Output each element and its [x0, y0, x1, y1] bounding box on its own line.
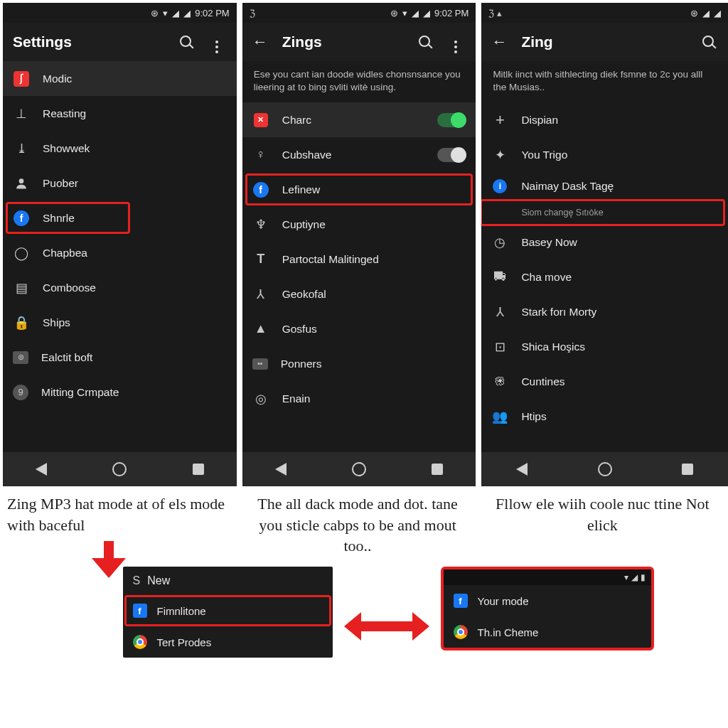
row-gosfus[interactable]: ▲ Gosfus: [242, 311, 476, 346]
settings-row-showwek[interactable]: ⤓ Showwek: [3, 131, 237, 166]
row-lefinew[interactable]: f Lefinew: [242, 172, 476, 207]
row-ponners[interactable]: •• Ponners: [242, 346, 476, 381]
row-naimay[interactable]: i Naimay Dask Tagę: [481, 172, 728, 200]
people-icon: 👥: [491, 408, 508, 425]
mini-status-bar: ▾ ◢ ▮: [444, 569, 651, 585]
app-title: Zings: [282, 33, 404, 50]
status-bar: ℨ ▴ ⊛ ◢ ◢: [481, 3, 728, 23]
row-charc[interactable]: ✕ Charc: [242, 102, 476, 137]
app-title: Zing: [521, 33, 687, 50]
row-youtrigo[interactable]: ✦ You Trigo: [481, 137, 728, 172]
row-label: Ealctit boft: [41, 351, 92, 364]
settings-row-modic[interactable]: ʃ Modic: [3, 61, 237, 96]
nav-back[interactable]: [275, 463, 287, 476]
arrow-down-icon: [92, 541, 126, 579]
row-label: Gosfus: [282, 323, 317, 336]
signal-icon: ◢: [631, 572, 638, 582]
circle-icon: ◯: [13, 245, 30, 262]
row-label: Mitting Crmpate: [41, 386, 119, 399]
row-basey[interactable]: ◷ Basey Now: [481, 225, 728, 259]
mini-row-yourmode[interactable]: f Your mode: [444, 585, 651, 616]
caption-2: The all dack mode and dot. tane you stic…: [241, 486, 473, 564]
row-dispian[interactable]: + Dispian: [481, 102, 728, 137]
more-icon[interactable]: [207, 31, 227, 54]
nav-recent[interactable]: [682, 464, 693, 475]
settings-row-comboose[interactable]: ▤ Comboose: [3, 270, 237, 305]
settings-row-chapbea[interactable]: ◯ Chapbea: [3, 235, 237, 270]
mini-row-fimnlitone[interactable]: f Fimnlitone: [123, 595, 333, 626]
nav-recent[interactable]: [193, 464, 204, 475]
mini-row-tert[interactable]: Tert Prodes: [123, 626, 333, 658]
back-button[interactable]: ←: [252, 33, 268, 51]
row-label: Shica Hoşics: [521, 341, 585, 353]
row-cuntines[interactable]: ֎ Cuntines: [481, 364, 728, 399]
row-label: Enain: [282, 392, 311, 405]
nav-home[interactable]: [352, 462, 366, 476]
settings-row-puober[interactable]: Puober: [3, 166, 237, 200]
person-icon: [13, 175, 30, 192]
row-stark[interactable]: ⅄ Stark forı Morty: [481, 294, 728, 329]
nav-back[interactable]: [36, 463, 47, 476]
spiral-icon: ֎: [491, 373, 508, 390]
row-label: Reasting: [43, 107, 86, 120]
toggle-switch[interactable]: [437, 113, 466, 127]
row-partoctal[interactable]: T Partoctal Malitinged: [242, 242, 476, 277]
nav-back[interactable]: [516, 463, 528, 476]
toggle-switch[interactable]: [437, 148, 466, 162]
mini-panel-1: S New f Fimnlitone Tert Prodes: [123, 567, 333, 658]
app-icon: ʃ: [13, 70, 30, 87]
row-sub-label: Siom changę Sıtıòke: [521, 208, 603, 218]
search-icon[interactable]: [698, 34, 718, 50]
row-label: Comboose: [43, 282, 96, 294]
row-label: Geokofal: [282, 288, 326, 301]
cubshave-icon: ♀: [252, 146, 269, 164]
highlight-box: [245, 173, 473, 205]
row-chamove[interactable]: ⛟ Cha move: [481, 259, 728, 294]
status-time: 9:02 PM: [195, 8, 229, 18]
settings-row-mitting[interactable]: 9 Mitting Crmpate: [3, 375, 237, 410]
nav-recent[interactable]: [432, 464, 443, 475]
signal-icon: ◢: [183, 8, 191, 18]
status-icon: ⊛: [151, 8, 159, 18]
description-text: Mitlk iinct with sithlecting diek fsmne …: [481, 61, 728, 102]
row-label: Stark forı Morty: [521, 306, 596, 318]
row-label: Puober: [43, 177, 78, 190]
back-button[interactable]: ←: [491, 33, 507, 51]
row-label: You Trigo: [521, 149, 567, 161]
status-icon: ⊛: [690, 8, 698, 18]
nav-home[interactable]: [598, 462, 612, 476]
row-label: Your mode: [478, 595, 529, 607]
star-icon: ✦: [491, 146, 508, 164]
row-cubshave[interactable]: ♀ Cubshave: [242, 137, 476, 172]
mini-row-thincheme[interactable]: Th.in Cheme: [444, 616, 651, 648]
facebook-icon: f: [454, 594, 468, 608]
row-siom-change[interactable]: Siom changę Sıtıòke: [481, 200, 728, 225]
settings-row-ships[interactable]: 🔒 Ships: [3, 305, 237, 340]
row-label: Charc: [282, 114, 311, 127]
row-label: Tert Prodes: [157, 636, 212, 648]
row-geokofal[interactable]: ⅄ Geokofal: [242, 277, 476, 311]
search-icon[interactable]: [176, 34, 196, 50]
row-htips[interactable]: 👥 Htips: [481, 399, 728, 434]
settings-row-reasting[interactable]: ⊥ Reasting: [3, 96, 237, 131]
settings-list: ✕ Charc ♀ Cubshave f Lefinew ♆ Cuptiyne …: [242, 102, 476, 452]
mini-header-label: New: [147, 574, 170, 587]
arrow-bidirectional-icon: [344, 612, 429, 641]
row-label: Dispian: [521, 114, 558, 127]
nav-home[interactable]: [112, 462, 127, 476]
facebook-icon: f: [133, 604, 147, 618]
row-shica[interactable]: ⊡ Shica Hoşics: [481, 329, 728, 364]
settings-row-shnrle[interactable]: f Shnrle: [3, 200, 237, 235]
more-icon[interactable]: [446, 31, 466, 54]
settings-row-ealctit[interactable]: ⊚ Ealctit boft: [3, 340, 237, 375]
app-bar: ← Zings: [242, 23, 476, 61]
android-navbar: [481, 452, 728, 486]
row-label: Lefinew: [282, 183, 320, 196]
row-enain[interactable]: ◎ Enain: [242, 381, 476, 416]
row-label: Cuntines: [521, 375, 564, 388]
row-cuptiyne[interactable]: ♆ Cuptiyne: [242, 207, 476, 242]
status-time: 9:02 PM: [434, 8, 469, 18]
search-icon[interactable]: [414, 34, 434, 50]
plus-icon: +: [491, 112, 508, 129]
row-label: Fimnlitone: [157, 605, 206, 617]
